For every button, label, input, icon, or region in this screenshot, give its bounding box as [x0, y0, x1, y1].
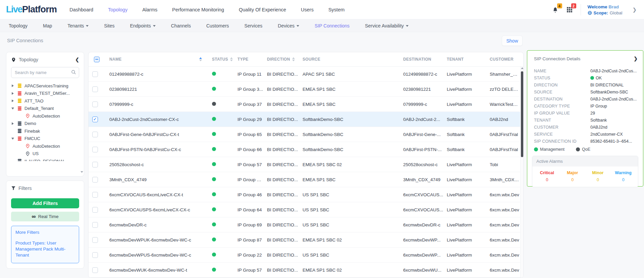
- table-row[interactable]: 6xcmwbxDevDR-cIP Group 69BI DIRECTIO...U…: [89, 217, 523, 232]
- sub-nav-item-channels[interactable]: Channels: [171, 23, 191, 28]
- tree-caret-icon[interactable]: [10, 92, 15, 95]
- alarm-critical[interactable]: Critical0: [534, 170, 560, 182]
- sort-icon[interactable]: [230, 57, 233, 61]
- row-checkbox[interactable]: [92, 237, 98, 243]
- top-nav-item-alarms[interactable]: Alarms: [142, 7, 157, 12]
- tree-item-fmcuc[interactable]: FMCUC: [10, 135, 82, 143]
- database-icon: [17, 106, 22, 111]
- col-header-type[interactable]: TYPE: [237, 57, 249, 62]
- tree-caret-icon[interactable]: [10, 122, 15, 125]
- tree-item-default-tenant[interactable]: Default_Tenant: [10, 105, 82, 113]
- user-menu[interactable]: Welcome Brad Scope: Global: [588, 4, 623, 15]
- collapse-panel-button[interactable]: ❮︎: [75, 57, 79, 62]
- row-checkbox[interactable]: [92, 252, 98, 258]
- col-header-status[interactable]: STATUS: [212, 57, 228, 62]
- sub-nav-item-sites[interactable]: Sites: [104, 23, 114, 28]
- tree-item-autodetection[interactable]: AutoDetection: [10, 142, 82, 150]
- row-checkbox[interactable]: [92, 267, 98, 273]
- sub-nav-item-topology[interactable]: Topology: [9, 23, 28, 28]
- row-checkbox[interactable]: [92, 192, 98, 198]
- sub-nav-item-map[interactable]: Map: [43, 23, 52, 28]
- brand-logo[interactable]: LivePlatform: [6, 4, 57, 15]
- tree-search-input[interactable]: [11, 67, 79, 78]
- show-button[interactable]: Show: [502, 36, 523, 46]
- tree-item-ii-auto-regional[interactable]: II-AUTO_REGIONAL: [10, 157, 82, 161]
- realtime-toggle[interactable]: ∞ Real Time: [11, 212, 79, 221]
- tree-caret-icon[interactable]: [10, 137, 15, 140]
- table-scrollbar[interactable]: [520, 67, 523, 278]
- top-nav-item-topology[interactable]: Topology: [108, 7, 127, 12]
- tree-caret-icon[interactable]: [10, 84, 15, 87]
- table-row[interactable]: 02380981221IP Group 3...BI DIRECTIO...EM…: [89, 82, 523, 97]
- alarm-minor[interactable]: Minor0: [585, 170, 611, 182]
- top-nav-item-users[interactable]: Users: [301, 7, 314, 12]
- sort-icon[interactable]: [199, 57, 202, 61]
- add-filters-button[interactable]: Add Filters: [11, 198, 79, 208]
- table-row[interactable]: 6xcmwbxDevWPUS-6xcmwbxDev-WC-cIP Group 2…: [89, 248, 523, 263]
- chevron-right-icon[interactable]: ❯︎: [634, 56, 638, 61]
- tree-item-us[interactable]: US: [10, 150, 82, 158]
- select-all-checkbox[interactable]: [94, 57, 100, 62]
- product-types-filter-link[interactable]: Product Types: User Management Pack Mult…: [15, 240, 75, 259]
- col-header-destination[interactable]: DESTINATION: [403, 57, 431, 62]
- tree-scrollbar-arrow[interactable]: [80, 171, 83, 173]
- row-checkbox[interactable]: [92, 86, 98, 92]
- top-nav-item-dashboard[interactable]: Dashboard: [69, 7, 93, 12]
- col-header-direction[interactable]: DIRECTION: [267, 57, 290, 62]
- col-header-source[interactable]: SOURCE: [303, 57, 320, 62]
- top-nav-item-quality-of-experience[interactable]: Quality Of Experience: [239, 7, 286, 12]
- tree-caret-icon[interactable]: [10, 99, 15, 102]
- col-header-name[interactable]: NAME: [109, 57, 122, 62]
- sub-nav-item-sip-connections[interactable]: SIP Connections: [315, 23, 350, 28]
- notifications-button[interactable]: 4: [551, 5, 560, 14]
- sub-nav-item-tenants[interactable]: Tenants: [67, 23, 89, 28]
- apps-button[interactable]: 2: [565, 5, 574, 14]
- table-row[interactable]: 6xcmwbxDevWPUK-6xcmwbxDev-WC-cIP Group 8…: [89, 232, 523, 248]
- col-header-tenant[interactable]: TENANT: [447, 57, 464, 62]
- row-checkbox[interactable]: [92, 162, 98, 167]
- table-row[interactable]: 3Mnth_CDX_4749IP Group 141BI DIRECTIO...…: [89, 172, 523, 187]
- sub-nav-item-devices[interactable]: Devices: [278, 23, 299, 28]
- row-checkbox[interactable]: [92, 117, 98, 122]
- table-row[interactable]: 6xcmCXVOCAUS-6xcmLiveCX-CX-tIP Group 46B…: [89, 187, 523, 202]
- row-checkbox[interactable]: [92, 101, 98, 107]
- qoe-toggle[interactable]: QoE: [576, 147, 590, 152]
- sub-nav-item-services[interactable]: Services: [245, 23, 263, 28]
- chevron-down-icon[interactable]: ❯︎: [632, 7, 637, 13]
- table-scrollbar-thumb[interactable]: [521, 71, 523, 157]
- alarm-warning[interactable]: Warning0: [610, 170, 636, 182]
- table-row[interactable]: 012498988872-cIP Group 11BI DIRECTIO...A…: [89, 67, 523, 82]
- tree-item-finebak[interactable]: Finebak: [10, 127, 82, 135]
- sub-nav-item-endpoints[interactable]: Endpoints: [130, 23, 155, 28]
- table-row[interactable]: 0ABJFirst-Gene-0ABJFirstCu-CX-tIP Group …: [89, 127, 523, 142]
- tree-item-att-tao[interactable]: ATT_TAO: [10, 97, 82, 105]
- tree-item-demo[interactable]: Demo: [10, 120, 82, 128]
- tree-caret-icon[interactable]: [10, 107, 15, 110]
- sub-nav-item-service-availability[interactable]: Service Availability: [365, 23, 409, 28]
- top-nav-item-system[interactable]: System: [328, 7, 344, 12]
- row-checkbox[interactable]: [92, 177, 98, 183]
- scroll-up-arrow[interactable]: [521, 67, 524, 69]
- tree-item-autodetection[interactable]: AutoDetection: [10, 112, 82, 120]
- sort-icon[interactable]: [292, 57, 295, 61]
- cell-status: [205, 222, 237, 227]
- tree-item-aravin-test-dmser-[interactable]: Aravin_TEST_DMSer...: [10, 90, 82, 97]
- row-checkbox[interactable]: [92, 132, 98, 137]
- row-checkbox[interactable]: [92, 222, 98, 228]
- table-row[interactable]: 6xcmCXVOCAUSPS-6xcmLiveCX-CX-cIP Group 6…: [89, 202, 523, 217]
- col-header-customer[interactable]: CUSTOMER: [490, 57, 514, 62]
- more-filters-link[interactable]: More Filters: [15, 230, 75, 235]
- tree-item-apacservicestraining[interactable]: APACServicesTraining: [10, 82, 82, 90]
- sub-nav-item-customers[interactable]: Customers: [206, 23, 229, 28]
- row-checkbox[interactable]: [92, 207, 98, 213]
- row-checkbox[interactable]: [92, 71, 98, 77]
- table-row[interactable]: 0ABJ-2ndCust-2ndCustomer-CX-cIP Group 29…: [89, 112, 523, 127]
- table-row[interactable]: 0ABJFirst-PSTN-0ABJFirstCu-CX-cIP Group …: [89, 142, 523, 157]
- table-row[interactable]: 6xcmwbxDevWUK-6xcmwbxDev-WC-tIP Group 57…: [89, 263, 523, 278]
- top-nav-item-performance-monitoring[interactable]: Performance Monitoring: [172, 7, 224, 12]
- management-toggle[interactable]: Management: [534, 147, 565, 152]
- alarm-major[interactable]: Major0: [560, 170, 585, 182]
- row-checkbox[interactable]: [92, 147, 98, 152]
- table-row[interactable]: 250528ocshost-cIP Group 57BI DIRECTIO...…: [89, 157, 523, 172]
- table-row[interactable]: 07999999-cIP Group 37BI DIRECTIO...EMEA …: [89, 97, 523, 112]
